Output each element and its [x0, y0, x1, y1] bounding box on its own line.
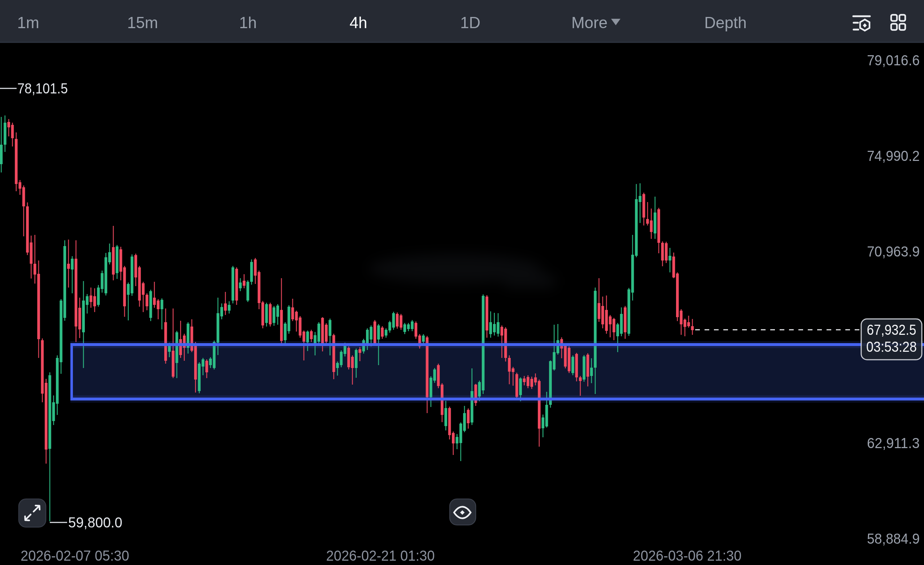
svg-text:78,101.5: 78,101.5	[17, 81, 68, 96]
svg-text:62,911.3: 62,911.3	[867, 435, 920, 451]
svg-text:79,016.6: 79,016.6	[867, 52, 920, 69]
svg-text:70,963.9: 70,963.9	[867, 243, 920, 260]
svg-text:59,800.0: 59,800.0	[68, 514, 122, 531]
svg-text:03:53:28: 03:53:28	[866, 339, 917, 355]
svg-text:58,884.9: 58,884.9	[867, 531, 920, 547]
svg-text:2026-02-07 05:30: 2026-02-07 05:30	[21, 548, 129, 564]
svg-text:74,990.2: 74,990.2	[867, 148, 920, 164]
svg-text:2026-02-21 01:30: 2026-02-21 01:30	[326, 548, 435, 564]
svg-text:67,932.5: 67,932.5	[867, 321, 916, 338]
svg-text:2026-03-06 21:30: 2026-03-06 21:30	[633, 548, 742, 564]
